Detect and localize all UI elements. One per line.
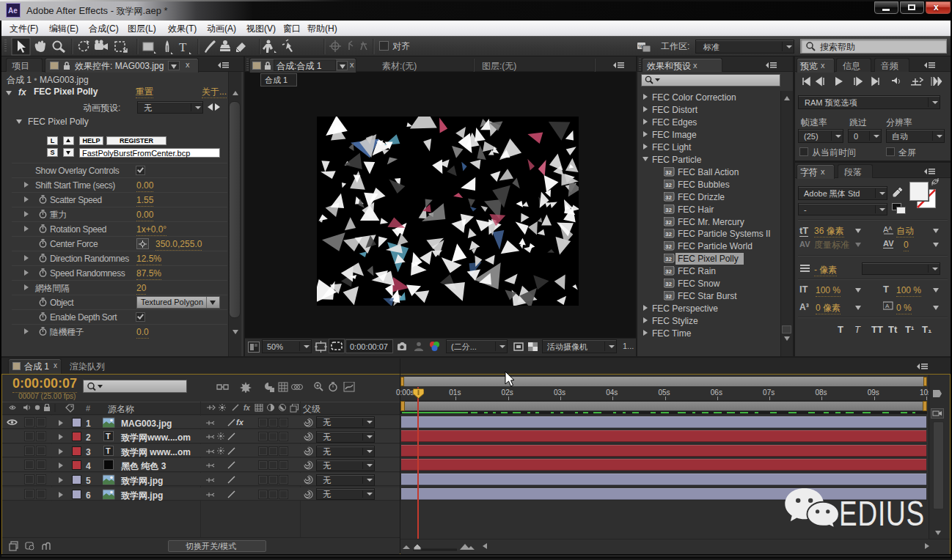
- svg-text:32: 32: [665, 181, 672, 188]
- svg-text:32: 32: [665, 231, 672, 237]
- svg-text:32: 32: [665, 293, 672, 300]
- svg-text:32: 32: [665, 243, 672, 250]
- svg-text:32: 32: [665, 256, 672, 262]
- svg-text:A: A: [888, 225, 893, 232]
- svg-text:fx: fx: [244, 404, 250, 412]
- svg-text:32: 32: [665, 169, 672, 175]
- svg-text:A: A: [885, 303, 890, 309]
- svg-text:32: 32: [665, 218, 672, 225]
- svg-text:T: T: [179, 40, 187, 54]
- svg-text:%: %: [638, 44, 642, 49]
- svg-text:#: #: [86, 404, 91, 413]
- svg-text:32: 32: [665, 281, 672, 287]
- svg-text:32: 32: [665, 194, 672, 200]
- svg-text:32: 32: [665, 206, 672, 213]
- svg-text:32: 32: [665, 268, 672, 275]
